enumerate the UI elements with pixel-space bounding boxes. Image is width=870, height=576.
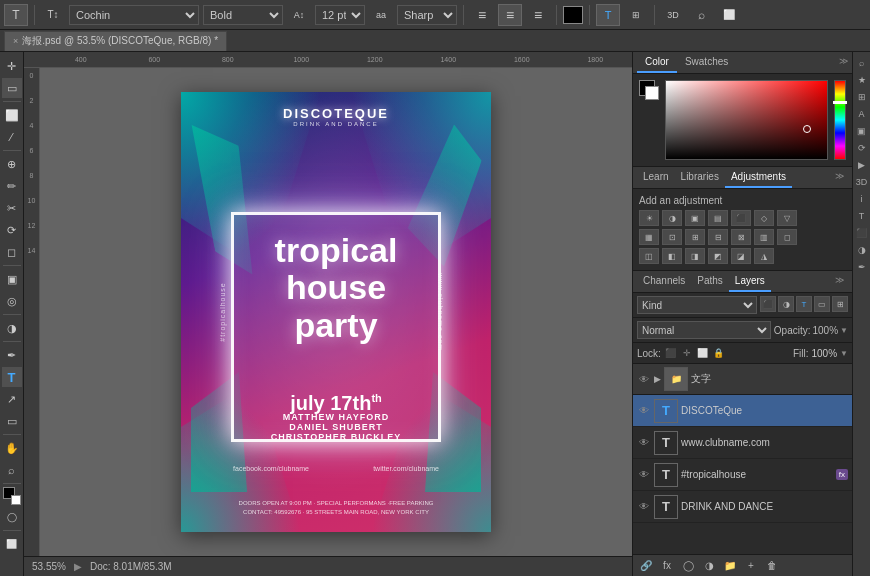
gradient-map-icon[interactable]: ◫ (639, 248, 659, 264)
layer-item-discoteque[interactable]: 👁 T DISCOTeQue (633, 395, 852, 427)
eraser-tool[interactable]: ◻ (2, 242, 22, 262)
layer-eye-wenzi[interactable]: 👁 (637, 372, 651, 386)
3d-btn[interactable]: 3D (661, 4, 685, 26)
type-tool[interactable]: T (2, 367, 22, 387)
eyedropper-tool[interactable]: ⁄ (2, 127, 22, 147)
tab-close-btn[interactable]: × (13, 36, 18, 46)
adjustment-filter-icon[interactable]: ◑ (778, 296, 794, 312)
photo-filter-icon[interactable]: ⊡ (662, 229, 682, 245)
crop-tool[interactable]: ⬜ (2, 105, 22, 125)
fill-value[interactable]: 100% (812, 348, 838, 359)
layer-item-drinkdance[interactable]: 👁 T DRINK AND DANCE (633, 491, 852, 523)
adj-extra-4[interactable]: ◮ (754, 248, 774, 264)
swatches-tab[interactable]: Swatches (677, 52, 736, 73)
shape-tool[interactable]: ▭ (2, 411, 22, 431)
channels-tab[interactable]: Channels (637, 271, 691, 292)
text-orient-btn[interactable]: T↕ (41, 4, 65, 26)
hand-tool[interactable]: ✋ (2, 438, 22, 458)
panel-icon-search[interactable]: ⌕ (855, 56, 869, 70)
clone-tool[interactable]: ✂ (2, 198, 22, 218)
font-name-select[interactable]: Cochin (69, 5, 199, 25)
opacity-dropdown[interactable]: ▼ (840, 326, 848, 335)
hsl-icon[interactable]: ◇ (754, 210, 774, 226)
link-layers-btn[interactable]: 🔗 (637, 558, 655, 574)
add-mask-btn[interactable]: ◯ (679, 558, 697, 574)
search-btn[interactable]: ⌕ (689, 4, 713, 26)
font-style-select[interactable]: Bold (203, 5, 283, 25)
color-hue-bar[interactable] (834, 80, 846, 160)
panel-icon-char[interactable]: T (855, 209, 869, 223)
levels-icon[interactable]: ◑ (662, 210, 682, 226)
anti-alias-select[interactable]: Sharp (397, 5, 457, 25)
layers-expand[interactable]: ≫ (831, 271, 848, 292)
invert-icon[interactable]: ⊠ (731, 229, 751, 245)
group-expand-arrow[interactable]: ▶ (654, 374, 661, 384)
panel-icon-3d[interactable]: 3D (855, 175, 869, 189)
panel-icon-layers[interactable]: ⬛ (855, 226, 869, 240)
workspace-btn[interactable]: ⬜ (717, 4, 741, 26)
history-tool[interactable]: ⟳ (2, 220, 22, 240)
lock-all-icon[interactable]: 🔒 (712, 346, 726, 360)
curves-icon[interactable]: ▣ (685, 210, 705, 226)
pen-tool[interactable]: ✒ (2, 345, 22, 365)
background-swatch[interactable] (645, 86, 659, 100)
new-fill-btn[interactable]: ◑ (700, 558, 718, 574)
color-balance-icon[interactable]: ▽ (777, 210, 797, 226)
layers-tab[interactable]: Layers (729, 271, 771, 292)
lock-pixels-icon[interactable]: ⬛ (664, 346, 678, 360)
new-layer-btn[interactable]: + (742, 558, 760, 574)
panel-icon-action[interactable]: ▶ (855, 158, 869, 172)
background-color[interactable] (11, 495, 21, 505)
adjustments-expand[interactable]: ≫ (831, 167, 848, 188)
selective-color-icon[interactable]: ◧ (662, 248, 682, 264)
align-right-btn[interactable]: ≡ (526, 4, 550, 26)
fg-bg-swatch[interactable] (639, 80, 659, 100)
quick-mask-btn[interactable]: ◯ (2, 507, 22, 527)
layer-item-website[interactable]: 👁 T www.clubname.com (633, 427, 852, 459)
adjustments-tab[interactable]: Adjustments (725, 167, 792, 188)
color-lookup-icon[interactable]: ⊟ (708, 229, 728, 245)
blur-tool[interactable]: ◎ (2, 291, 22, 311)
text-color-swatch[interactable] (563, 6, 583, 24)
posterize-icon[interactable]: ▥ (754, 229, 774, 245)
adj-extra-1[interactable]: ◨ (685, 248, 705, 264)
layer-eye-tropicalhouse[interactable]: 👁 (637, 468, 651, 482)
layer-eye-discoteque[interactable]: 👁 (637, 404, 651, 418)
paths-tab[interactable]: Paths (691, 271, 729, 292)
opacity-value[interactable]: 100% (813, 325, 839, 336)
lock-position-icon[interactable]: ✛ (680, 346, 694, 360)
gradient-tool[interactable]: ▣ (2, 269, 22, 289)
delete-layer-btn[interactable]: 🗑 (763, 558, 781, 574)
pixel-filter-icon[interactable]: ⬛ (760, 296, 776, 312)
color-cursor[interactable] (803, 125, 811, 133)
adj-extra-3[interactable]: ◪ (731, 248, 751, 264)
screen-mode-btn[interactable]: ⬜ (2, 534, 22, 554)
panel-icon-channels[interactable]: ◑ (855, 243, 869, 257)
vibrance-icon[interactable]: ⬛ (731, 210, 751, 226)
move-tool[interactable]: ✛ (2, 56, 22, 76)
document-tab[interactable]: × 海报.psd @ 53.5% (DISCOTeQue, RGB/8) * (4, 31, 227, 51)
layer-kind-select[interactable]: Kind (637, 296, 757, 314)
type-filter-icon[interactable]: T (796, 296, 812, 312)
font-size-select[interactable]: 12 pt (315, 5, 365, 25)
options-btn[interactable]: ⊞ (624, 4, 648, 26)
selection-tool[interactable]: ▭ (2, 78, 22, 98)
layer-item-tropicalhouse[interactable]: 👁 T #tropicalhouse fx (633, 459, 852, 491)
panel-icon-font[interactable]: A (855, 107, 869, 121)
lock-artboards-icon[interactable]: ⬜ (696, 346, 710, 360)
panel-icon-paths[interactable]: ✒ (855, 260, 869, 274)
path-tool[interactable]: ↗ (2, 389, 22, 409)
exposure-icon[interactable]: ▤ (708, 210, 728, 226)
foreground-background-colors[interactable] (3, 487, 21, 505)
smart-filter-icon[interactable]: ⊞ (832, 296, 848, 312)
shape-filter-icon[interactable]: ▭ (814, 296, 830, 312)
panel-icon-grid[interactable]: ⊞ (855, 90, 869, 104)
color-panel-expand[interactable]: ≫ (835, 52, 852, 73)
new-group-btn[interactable]: 📁 (721, 558, 739, 574)
layer-group-wenzi[interactable]: 👁 ▶ 📁 文字 (633, 364, 852, 395)
brush-tool[interactable]: ✏ (2, 176, 22, 196)
libraries-tab[interactable]: Libraries (675, 167, 725, 188)
color-gradient-box[interactable] (665, 80, 828, 160)
color-tab[interactable]: Color (637, 52, 677, 73)
adj-extra-2[interactable]: ◩ (708, 248, 728, 264)
